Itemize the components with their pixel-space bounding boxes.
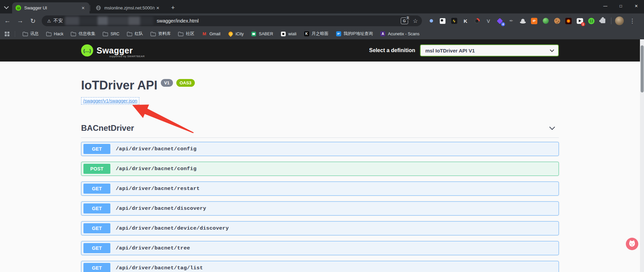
bookmark-folder[interactable]: 社区 — [176, 30, 196, 38]
folder-icon — [127, 31, 132, 37]
tab-close-icon[interactable]: ✕ — [80, 5, 86, 11]
endpoint-row[interactable]: GET /api/driver/bacnet/device/discovery — [81, 221, 559, 235]
saber-icon — [251, 31, 256, 37]
tab-swagger-ui[interactable]: {..} Swagger UI ✕ — [12, 2, 90, 13]
api-title: IoTDriver API — [81, 78, 157, 92]
bookmark-folder[interactable]: 信息收集 — [69, 30, 97, 38]
bookmark-folder[interactable]: SRC — [101, 30, 121, 38]
video-extension-icon[interactable]: 1 — [575, 16, 584, 26]
forward-icon[interactable]: → — [15, 15, 26, 26]
new-tab-button[interactable]: + — [168, 3, 178, 12]
folder-icon — [23, 31, 28, 37]
tab-title: mslonline.zjmsl.net:5000/swa — [104, 5, 155, 10]
selected-definition: msl IoTDriver API V1 — [425, 48, 550, 53]
endpoint-path: /api/driver/bacnet/tag/list — [116, 265, 203, 271]
chevron-down-icon — [550, 48, 554, 52]
collapse-chevron-icon[interactable] — [549, 124, 555, 130]
endpoint-row[interactable]: POST /api/driver/bacnet/config — [81, 162, 559, 176]
bookmark-gmail[interactable]: MGmail — [200, 30, 222, 38]
tab-strip: {..} Swagger UI ✕ mslonline.zjmsl.net:50… — [0, 0, 644, 13]
folder-icon — [71, 31, 76, 37]
blue-ring-extension-icon[interactable] — [427, 16, 436, 26]
toolbar-divider — [611, 17, 611, 24]
extensions-puzzle-icon[interactable] — [598, 16, 607, 26]
not-secure-label: 不安 — [53, 18, 63, 24]
extension-badge: 1 — [581, 22, 585, 26]
method-badge: GET — [83, 144, 110, 154]
kimi-extension-icon[interactable]: K — [461, 16, 470, 26]
page-scrollbar[interactable] — [640, 39, 644, 272]
url-redaction — [65, 16, 153, 25]
method-badge: GET — [83, 223, 110, 233]
endpoint-row[interactable]: GET /api/driver/bacnet/restart — [81, 182, 559, 196]
ip-extension-icon[interactable]: IP — [530, 16, 539, 26]
address-bar[interactable]: ⚠ 不安 swagger/index.html G文 ☆ — [42, 15, 422, 26]
bookmark-icity[interactable]: iCity — [226, 30, 246, 38]
browser-menu-icon[interactable]: ⋮ — [629, 17, 636, 25]
endpoint-path: /api/driver/bacnet/tree — [116, 245, 190, 251]
extensions-bar: ϟ K V 4 ✒ IP 1 {;} ⋮ — [427, 16, 638, 26]
v-extension-icon[interactable]: V — [484, 16, 493, 26]
select-definition-label: Select a definition — [369, 47, 415, 53]
floating-assistant-button[interactable] — [626, 238, 638, 250]
bookmark-folder[interactable]: 资料库 — [148, 30, 173, 38]
endpoint-row[interactable]: GET /api/driver/bacnet/discovery — [81, 201, 559, 216]
scrollbar-thumb[interactable] — [641, 45, 644, 92]
method-badge: GET — [83, 243, 110, 253]
bookmark-kimi[interactable]: K月之暗面 — [302, 30, 330, 38]
swagger-braces-extension-icon[interactable]: {;} — [587, 16, 596, 26]
green-sphere-extension-icon[interactable] — [541, 16, 550, 26]
purple-diamond-extension-icon[interactable]: 4 — [495, 16, 504, 26]
hat-extension-icon[interactable] — [518, 16, 527, 26]
acunetix-icon: A — [380, 31, 386, 37]
bookmark-folder[interactable]: Hack — [44, 30, 65, 38]
folder-icon — [150, 31, 156, 37]
section-header[interactable]: BACnetDriver — [81, 123, 559, 138]
endpoint-path: /api/driver/bacnet/discovery — [116, 205, 206, 211]
url-visible-text: swagger/index.html — [157, 18, 199, 24]
tab-search-chevron-icon[interactable] — [4, 4, 9, 9]
endpoint-path: /api/driver/bacnet/config — [116, 166, 196, 172]
bookmark-wiali[interactable]: wiali — [279, 30, 298, 38]
method-badge: GET — [83, 263, 110, 272]
lightning-extension-icon[interactable]: ϟ — [450, 16, 459, 26]
window-close-button[interactable]: ✕ — [629, 0, 644, 12]
definition-select[interactable]: msl IoTDriver API V1 — [420, 44, 559, 56]
method-badge: GET — [83, 184, 110, 194]
target-extension-icon[interactable] — [472, 16, 481, 26]
window-maximize-button[interactable]: □ — [613, 0, 629, 12]
tab-mslonline[interactable]: mslonline.zjmsl.net:5000/swa ✕ — [92, 2, 164, 13]
eye-extension-icon[interactable] — [564, 16, 573, 26]
quill-extension-icon[interactable]: ✒ — [507, 16, 516, 26]
not-secure-warning-icon[interactable]: ⚠ — [47, 18, 51, 24]
photo-extension-icon[interactable] — [438, 16, 447, 26]
swagger-content: IoTDriver API V1 OAS3 /swagger/v1/swagge… — [0, 62, 640, 272]
apps-grid-icon[interactable] — [5, 32, 9, 36]
swagger-topbar: {…} Swagger supported by SMARTBEAR Selec… — [0, 39, 640, 62]
bookmark-folder[interactable]: 红队 — [125, 30, 145, 38]
endpoint-row[interactable]: GET /api/driver/bacnet/tag/list — [81, 261, 559, 272]
back-icon[interactable]: ← — [2, 15, 13, 26]
section-title: BACnetDriver — [81, 123, 134, 133]
endpoint-row[interactable]: GET /api/driver/bacnet/tree — [81, 241, 559, 255]
folder-icon — [46, 31, 51, 37]
reload-icon[interactable]: ↻ — [28, 15, 38, 26]
bookmark-ip-lookup[interactable]: IP我的IP地址查询 — [334, 30, 375, 38]
swagger-json-link[interactable]: /swagger/v1/swagger.json — [81, 97, 139, 105]
endpoint-row[interactable]: GET /api/driver/bacnet/config — [81, 142, 559, 156]
globe-favicon-icon — [96, 5, 101, 11]
window-minimize-button[interactable]: — — [598, 0, 613, 12]
method-badge: POST — [83, 164, 110, 174]
cookie-extension-icon[interactable] — [552, 16, 562, 26]
profile-avatar[interactable] — [615, 16, 624, 25]
endpoint-path: /api/driver/bacnet/config — [116, 146, 196, 152]
translate-icon[interactable]: G文 — [401, 17, 408, 24]
bookmark-saber[interactable]: SABER — [249, 30, 275, 38]
swagger-logo[interactable]: {…} Swagger supported by SMARTBEAR — [81, 44, 133, 56]
folder-icon — [103, 31, 108, 37]
bookmark-star-icon[interactable]: ☆ — [413, 17, 418, 25]
bookmark-acunetix[interactable]: AAcunetix - Scans — [378, 30, 422, 38]
bookmark-folder[interactable]: 讯息 — [21, 30, 41, 38]
tab-close-icon[interactable]: ✕ — [155, 5, 161, 11]
folder-icon — [178, 31, 183, 37]
